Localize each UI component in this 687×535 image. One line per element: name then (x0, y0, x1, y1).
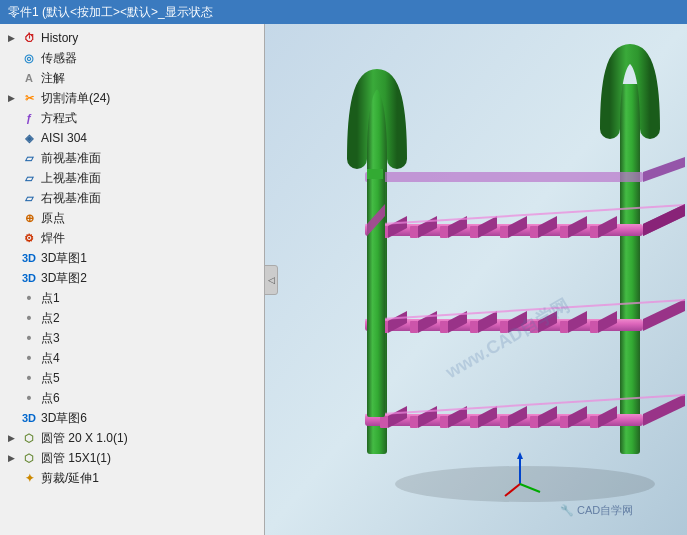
tree-icon-history: ⏱ (20, 30, 38, 46)
tree-icon-trim: ✦ (20, 470, 38, 486)
svg-rect-8 (410, 416, 418, 428)
tree-icon-equation: ƒ (20, 110, 38, 126)
svg-rect-20 (590, 416, 598, 428)
tree-label-tube1: 圆管 20 X 1.0(1) (41, 430, 260, 447)
tree-label-drawing2: 3D草图2 (41, 270, 260, 287)
tree-item-point4[interactable]: •点4 (0, 348, 264, 368)
svg-rect-64 (367, 169, 383, 179)
svg-point-1 (395, 466, 655, 502)
tree-icon-top-plane: ▱ (20, 170, 38, 186)
tree-icon-point3: • (20, 330, 38, 346)
svg-rect-52 (500, 226, 508, 238)
svg-rect-14 (500, 416, 508, 428)
tree-label-drawing6: 3D草图6 (41, 410, 260, 427)
tree-label-material: AISI 304 (41, 131, 260, 145)
tree-icon-tube1: ⬡ (20, 430, 38, 446)
svg-rect-12 (470, 416, 478, 428)
tree-label-sensor: 传感器 (41, 50, 260, 67)
tree-item-origin[interactable]: ⊕原点 (0, 208, 264, 228)
tree-label-equation: 方程式 (41, 110, 260, 127)
tree-label-drawing1: 3D草图1 (41, 250, 260, 267)
tree-icon-annotation: A (20, 70, 38, 86)
svg-rect-27 (410, 321, 418, 333)
tree-item-drawing6[interactable]: 3D3D草图6 (0, 408, 264, 428)
tree-item-annotation[interactable]: A注解 (0, 68, 264, 88)
tree-label-point1: 点1 (41, 290, 260, 307)
tree-icon-front-plane: ▱ (20, 150, 38, 166)
svg-rect-6 (380, 416, 388, 428)
viewport: www.CAD自学网 🔧 CAD自学网 ◁ (265, 24, 687, 535)
svg-rect-31 (470, 321, 478, 333)
tree-icon-point5: • (20, 370, 38, 386)
tree-item-point1[interactable]: •点1 (0, 288, 264, 308)
tree-label-point2: 点2 (41, 310, 260, 327)
tree-item-history[interactable]: ▶⏱History (0, 28, 264, 48)
tree-item-trim[interactable]: ✦剪裁/延伸1 (0, 468, 264, 488)
title-text: 零件1 (默认<按加工><默认>_显示状态 (8, 4, 213, 21)
tree-arrow-tube2: ▶ (8, 453, 20, 463)
tree-item-cut-list[interactable]: ▶✂切割清单(24) (0, 88, 264, 108)
tree-icon-drawing2: 3D (20, 270, 38, 286)
main-layout: ▶⏱History◎传感器A注解▶✂切割清单(24)ƒ方程式◈AISI 304▱… (0, 24, 687, 535)
svg-rect-10 (440, 416, 448, 428)
tree-label-point6: 点6 (41, 390, 260, 407)
tree-item-equation[interactable]: ƒ方程式 (0, 108, 264, 128)
tree-label-trim: 剪裁/延伸1 (41, 470, 260, 487)
svg-rect-63 (367, 169, 385, 417)
tree-icon-weld: ⚙ (20, 230, 38, 246)
svg-rect-18 (560, 416, 568, 428)
svg-rect-37 (560, 321, 568, 333)
tree-item-top-plane[interactable]: ▱上视基准面 (0, 168, 264, 188)
svg-rect-54 (530, 226, 538, 238)
svg-rect-58 (590, 226, 598, 238)
shelf-scene: www.CAD自学网 🔧 CAD自学网 (265, 24, 687, 535)
tree-item-material[interactable]: ◈AISI 304 (0, 128, 264, 148)
tree-label-point5: 点5 (41, 370, 260, 387)
svg-rect-16 (530, 416, 538, 428)
tree-item-front-plane[interactable]: ▱前视基准面 (0, 148, 264, 168)
svg-rect-61 (365, 172, 643, 182)
tree-item-point6[interactable]: •点6 (0, 388, 264, 408)
tree-item-sensor[interactable]: ◎传感器 (0, 48, 264, 68)
tree-label-right-plane: 右视基准面 (41, 190, 260, 207)
tree-item-point3[interactable]: •点3 (0, 328, 264, 348)
tree-label-point3: 点3 (41, 330, 260, 347)
tree-item-weld[interactable]: ⚙焊件 (0, 228, 264, 248)
tree-icon-cut-list: ✂ (20, 90, 38, 106)
tree-icon-origin: ⊕ (20, 210, 38, 226)
svg-rect-39 (590, 321, 598, 333)
tree-arrow-history: ▶ (8, 33, 20, 43)
tree-icon-material: ◈ (20, 130, 38, 146)
tree-label-annotation: 注解 (41, 70, 260, 87)
svg-rect-48 (440, 226, 448, 238)
title-bar: 零件1 (默认<按加工><默认>_显示状态 (0, 0, 687, 24)
tree-item-drawing1[interactable]: 3D3D草图1 (0, 248, 264, 268)
svg-rect-56 (560, 226, 568, 238)
tree-icon-sensor: ◎ (20, 50, 38, 66)
tree-item-tube2[interactable]: ▶⬡圆管 15X1(1) (0, 448, 264, 468)
tree-label-weld: 焊件 (41, 230, 260, 247)
tree-item-point5[interactable]: •点5 (0, 368, 264, 388)
tree-icon-drawing6: 3D (20, 410, 38, 426)
tree-item-drawing2[interactable]: 3D3D草图2 (0, 268, 264, 288)
tree-label-point4: 点4 (41, 350, 260, 367)
tree-icon-tube2: ⬡ (20, 450, 38, 466)
svg-rect-50 (470, 226, 478, 238)
svg-rect-46 (410, 226, 418, 238)
tree-label-origin: 原点 (41, 210, 260, 227)
svg-rect-29 (440, 321, 448, 333)
tree-label-top-plane: 上视基准面 (41, 170, 260, 187)
tree-label-cut-list: 切割清单(24) (41, 90, 260, 107)
tree-label-front-plane: 前视基准面 (41, 150, 260, 167)
feature-tree-panel: ▶⏱History◎传感器A注解▶✂切割清单(24)ƒ方程式◈AISI 304▱… (0, 24, 265, 535)
svg-text:🔧 CAD自学网: 🔧 CAD自学网 (560, 503, 633, 517)
tree-label-tube2: 圆管 15X1(1) (41, 450, 260, 467)
panel-collapse-button[interactable]: ◁ (265, 265, 278, 295)
tree-arrow-cut-list: ▶ (8, 93, 20, 103)
tree-item-right-plane[interactable]: ▱右视基准面 (0, 188, 264, 208)
tree-icon-point2: • (20, 310, 38, 326)
tree-item-point2[interactable]: •点2 (0, 308, 264, 328)
tree-item-tube1[interactable]: ▶⬡圆管 20 X 1.0(1) (0, 428, 264, 448)
tree-icon-point6: • (20, 390, 38, 406)
tree-icon-point4: • (20, 350, 38, 366)
